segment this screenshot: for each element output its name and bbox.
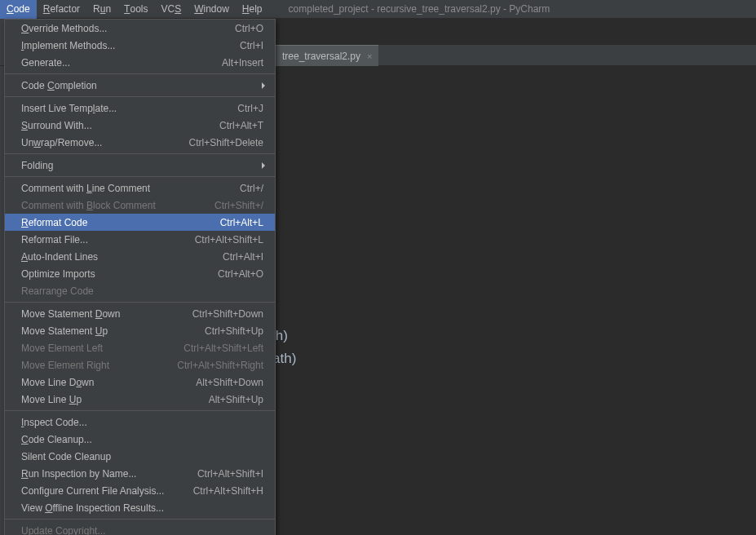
menu-item-move-element-right: Move Element RightCtrl+Alt+Shift+Right: [5, 356, 275, 374]
menu-item-shortcut: Ctrl+Alt+Shift+H: [193, 485, 263, 497]
menu-item-label: View Offline Inspection Results...: [21, 502, 164, 514]
menu-item-move-line-up[interactable]: Move Line UpAlt+Shift+Up: [5, 391, 275, 408]
menu-item-label: Inspect Code...: [21, 417, 87, 428]
menubar-item-code[interactable]: Code: [0, 0, 37, 19]
menu-item-code-completion[interactable]: Code Completion: [5, 77, 275, 94]
menu-item-configure-current-file-analysis[interactable]: Configure Current File Analysis...Ctrl+A…: [5, 482, 275, 499]
menu-item-comment-with-line-comment[interactable]: Comment with Line CommentCtrl+/: [5, 179, 275, 197]
menu-item-label: Insert Live Template...: [21, 103, 117, 114]
menu-item-shortcut: Ctrl+Shift+Up: [205, 325, 263, 337]
menu-item-label: Move Line Up: [21, 394, 82, 405]
menu-separator: [5, 153, 275, 154]
menu-item-silent-code-cleanup[interactable]: Silent Code Cleanup: [5, 448, 275, 465]
menu-item-view-offline-inspection-results[interactable]: View Offline Inspection Results...: [5, 499, 275, 516]
menu-item-label: Move Statement Up: [21, 325, 108, 337]
menu-item-label: Move Statement Down: [21, 308, 120, 320]
menubar-item-run[interactable]: Run: [86, 0, 117, 19]
menu-item-label: Rearrange Code: [21, 285, 94, 297]
menu-item-rearrange-code: Rearrange Code: [5, 282, 275, 299]
menu-item-label: Comment with Line Comment: [21, 183, 150, 194]
menu-item-generate[interactable]: Generate...Alt+Insert: [5, 54, 275, 71]
menu-item-label: Move Line Down: [21, 377, 94, 388]
menu-item-insert-live-template[interactable]: Insert Live Template...Ctrl+J: [5, 99, 275, 117]
menu-item-shortcut: Ctrl+O: [235, 23, 263, 34]
menu-item-shortcut: Ctrl+Alt+T: [219, 120, 263, 131]
menu-item-shortcut: Ctrl+J: [237, 103, 263, 114]
menu-item-label: Comment with Block Comment: [21, 200, 156, 211]
menu-item-code-cleanup[interactable]: Code Cleanup...: [5, 431, 275, 448]
menu-item-shortcut: Ctrl+Alt+Shift+L: [195, 234, 263, 245]
menu-item-move-element-left: Move Element LeftCtrl+Alt+Shift+Left: [5, 339, 275, 356]
menu-item-optimize-imports[interactable]: Optimize ImportsCtrl+Alt+O: [5, 265, 275, 282]
menu-item-surround-with[interactable]: Surround With...Ctrl+Alt+T: [5, 117, 275, 134]
menu-item-override-methods[interactable]: Override Methods...Ctrl+O: [5, 20, 275, 37]
menu-item-label: Move Element Left: [21, 343, 103, 354]
menubar-item-help[interactable]: Help: [236, 0, 269, 19]
menu-item-shortcut: Ctrl+Alt+Shift+Left: [183, 343, 263, 354]
menu-item-label: Reformat Code: [21, 217, 87, 228]
menu-item-move-line-down[interactable]: Move Line DownAlt+Shift+Down: [5, 374, 275, 391]
menu-item-label: Implement Methods...: [21, 40, 115, 51]
menu-item-shortcut: Ctrl+Alt+L: [220, 217, 263, 228]
close-icon[interactable]: ×: [367, 51, 372, 61]
menu-item-label: Generate...: [21, 57, 70, 69]
menu-item-comment-with-block-comment: Comment with Block CommentCtrl+Shift+/: [5, 197, 275, 214]
menu-item-shortcut: Ctrl+Alt+I: [223, 251, 263, 263]
menubar-item-window[interactable]: Window: [188, 0, 236, 19]
menu-item-shortcut: Alt+Insert: [222, 57, 263, 69]
menu-item-update-copyright: Update Copyright...: [5, 522, 275, 535]
menu-separator: [5, 176, 275, 177]
menu-item-label: Update Copyright...: [21, 525, 105, 536]
menu-item-unwrap-remove[interactable]: Unwrap/Remove...Ctrl+Shift+Delete: [5, 134, 275, 151]
window-title: completed_project - recursive_tree_trave…: [289, 3, 550, 15]
menubar-item-refactor[interactable]: Refactor: [37, 0, 86, 19]
menubar: CodeRefactorRunToolsVCSWindowHelpcomplet…: [0, 0, 756, 19]
editor-tab-active[interactable]: tree_traversal2.py ×: [276, 45, 378, 66]
menu-item-label: Configure Current File Analysis...: [21, 485, 164, 497]
menu-item-label: Code Cleanup...: [21, 434, 92, 445]
menu-separator: [5, 302, 275, 303]
menu-item-shortcut: Ctrl+Alt+Shift+Right: [177, 360, 263, 371]
menu-item-implement-methods[interactable]: Implement Methods...Ctrl+I: [5, 37, 275, 54]
menu-separator: [5, 96, 275, 97]
menu-item-shortcut: Ctrl+/: [240, 183, 263, 194]
menu-separator: [5, 73, 275, 74]
menu-item-shortcut: Alt+Shift+Down: [196, 377, 263, 388]
menu-item-label: Auto-Indent Lines: [21, 251, 98, 263]
menu-item-shortcut: Ctrl+I: [240, 40, 263, 51]
menu-separator: [5, 410, 275, 411]
menu-item-run-inspection-by-name[interactable]: Run Inspection by Name...Ctrl+Alt+Shift+…: [5, 465, 275, 482]
menu-item-auto-indent-lines[interactable]: Auto-Indent LinesCtrl+Alt+I: [5, 248, 275, 265]
menu-separator: [5, 519, 275, 520]
editor-tab-label: tree_traversal2.py: [282, 51, 360, 62]
menu-item-label: Silent Code Cleanup: [21, 451, 111, 462]
menu-item-label: Optimize Imports: [21, 268, 95, 280]
menu-item-reformat-code[interactable]: Reformat CodeCtrl+Alt+L: [5, 214, 275, 231]
menu-item-label: Folding: [21, 160, 53, 171]
menu-item-shortcut: Ctrl+Shift+Down: [192, 308, 263, 320]
menubar-item-vcs[interactable]: VCS: [154, 0, 188, 19]
menu-item-reformat-file[interactable]: Reformat File...Ctrl+Alt+Shift+L: [5, 231, 275, 248]
menu-item-label: Override Methods...: [21, 23, 107, 34]
menu-item-move-statement-down[interactable]: Move Statement DownCtrl+Shift+Down: [5, 305, 275, 322]
menu-item-inspect-code[interactable]: Inspect Code...: [5, 413, 275, 431]
menu-item-label: Move Element Right: [21, 360, 109, 371]
menu-item-label: Surround With...: [21, 120, 92, 131]
menubar-item-tools[interactable]: Tools: [117, 0, 154, 19]
menu-item-folding[interactable]: Folding: [5, 157, 275, 174]
code-menu-popup: Override Methods...Ctrl+OImplement Metho…: [4, 19, 276, 535]
menu-item-shortcut: Ctrl+Alt+Shift+I: [197, 468, 263, 480]
menu-item-label: Code Completion: [21, 80, 97, 91]
menu-item-label: Run Inspection by Name...: [21, 468, 136, 480]
menu-item-shortcut: Ctrl+Shift+Delete: [189, 137, 263, 148]
menu-item-shortcut: Alt+Shift+Up: [209, 394, 263, 405]
menu-item-shortcut: Ctrl+Alt+O: [218, 268, 263, 280]
menu-item-label: Unwrap/Remove...: [21, 137, 102, 148]
menu-item-label: Reformat File...: [21, 234, 88, 245]
menu-item-shortcut: Ctrl+Shift+/: [214, 200, 263, 211]
menu-item-move-statement-up[interactable]: Move Statement UpCtrl+Shift+Up: [5, 322, 275, 339]
